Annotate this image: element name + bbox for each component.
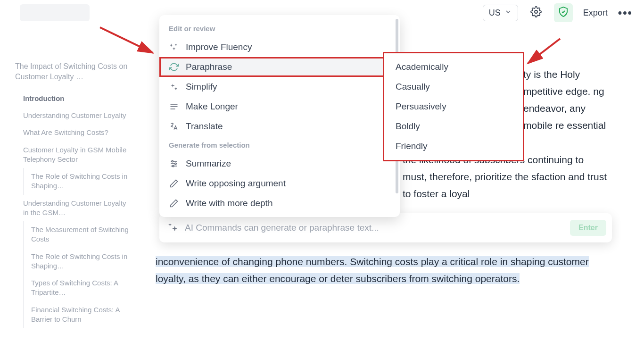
outline-item[interactable]: Introduction [23,90,133,107]
sliders-icon [169,158,179,169]
svg-point-0 [535,10,537,13]
submenu-item-boldly[interactable]: Boldly [384,117,523,136]
svg-line-10 [100,27,153,53]
menu-item-summarize[interactable]: Summarize [159,154,400,174]
menu-item-write-opposing-argument[interactable]: Write opposing argument [159,174,400,193]
language-select[interactable]: US [483,5,518,21]
translate-icon [169,121,179,132]
submenu-item-casually[interactable]: Casually [384,77,523,97]
section-edit-label: Edit or review [159,23,400,37]
outline-item[interactable]: Types of Switching Costs: A Tripartite… [31,275,133,301]
sparkle-icon [169,42,179,52]
menu-item-label: Paraphrase [186,62,232,72]
menu-item-label: Make Longer [186,101,238,112]
svg-line-11 [528,39,560,63]
more-menu-button[interactable]: ••• [618,6,633,19]
sidebar: The Impact of Switching Costs on Custome… [15,61,133,328]
pencil-icon [169,178,179,189]
menu-item-simplify[interactable]: Simplify [159,77,400,97]
lines-icon [169,101,179,112]
pencil-icon [169,198,179,208]
outline-item[interactable]: The Role of Switching Costs in Shaping… [31,168,133,195]
ai-command-bar: Enter [159,213,612,242]
outline-item[interactable]: The Measurement of Switching Costs [31,221,133,248]
topbar-placeholder [20,4,90,21]
body-fragment-3-highlighted: inconvenience of changing phone numbers.… [156,256,589,284]
outline-item[interactable]: Financial Switching Costs: A Barrier to … [31,301,133,328]
settings-button[interactable] [527,3,545,22]
svg-point-7 [172,160,173,162]
submenu-item-friendly[interactable]: Friendly [384,136,523,156]
outline-item[interactable]: The Role of Switching Costs in Shaping… [31,248,133,275]
outline-item[interactable]: Understanding Customer Loyalty in the GS… [23,195,133,222]
refresh-icon [169,62,179,72]
menu-item-label: Summarize [186,158,231,169]
menu-item-label: Write opposing argument [186,178,286,189]
outline: IntroductionUnderstanding Customer Loyal… [15,90,133,328]
menu-item-label: Improve Fluency [186,42,252,52]
enter-button[interactable]: Enter [570,220,606,236]
shield-button[interactable] [554,3,573,22]
annotation-arrow-left [97,25,158,62]
menu-item-label: Write with more depth [186,198,272,208]
menu-item-label: Simplify [186,82,217,92]
svg-point-9 [173,165,174,167]
topbar-right: US Export ••• [483,3,633,22]
language-label: US [489,8,501,18]
chevron-down-icon [504,8,512,18]
sparkle-plus-icon [169,82,179,92]
ai-command-input[interactable] [185,223,563,233]
menu-item-translate[interactable]: Translate [159,117,400,136]
gear-icon [530,6,542,19]
outline-item[interactable]: What Are Switching Costs? [23,124,133,141]
shield-check-icon [558,6,569,19]
menu-item-write-with-more-depth[interactable]: Write with more depth [159,193,400,213]
ai-context-menu: Edit or review Improve FluencyParaphrase… [159,15,400,217]
menu-item-make-longer[interactable]: Make Longer [159,97,400,117]
document-title[interactable]: The Impact of Switching Costs on Custome… [15,61,133,83]
sparkle-icon [168,222,178,234]
submenu-item-academically[interactable]: Academically [384,57,523,77]
menu-item-paraphrase[interactable]: Paraphrase [159,57,400,77]
export-button[interactable]: Export [581,5,610,21]
paraphrase-submenu: AcademicallyCasuallyPersuasivelyBoldlyFr… [383,52,524,161]
section-generate-label: Generate from selection [159,136,400,154]
outline-item[interactable]: Customer Loyalty in GSM Mobile Telephony… [23,142,133,168]
outline-item[interactable]: Understanding Customer Loyalty [23,107,133,124]
menu-item-label: Translate [186,121,223,132]
submenu-item-persuasively[interactable]: Persuasively [384,97,523,117]
more-horizontal-icon: ••• [618,6,633,19]
menu-item-improve-fluency[interactable]: Improve Fluency [159,37,400,57]
body-fragment-1: ty is the Holy mpetitive edge. ng endeav… [523,66,613,134]
svg-point-8 [175,163,176,164]
